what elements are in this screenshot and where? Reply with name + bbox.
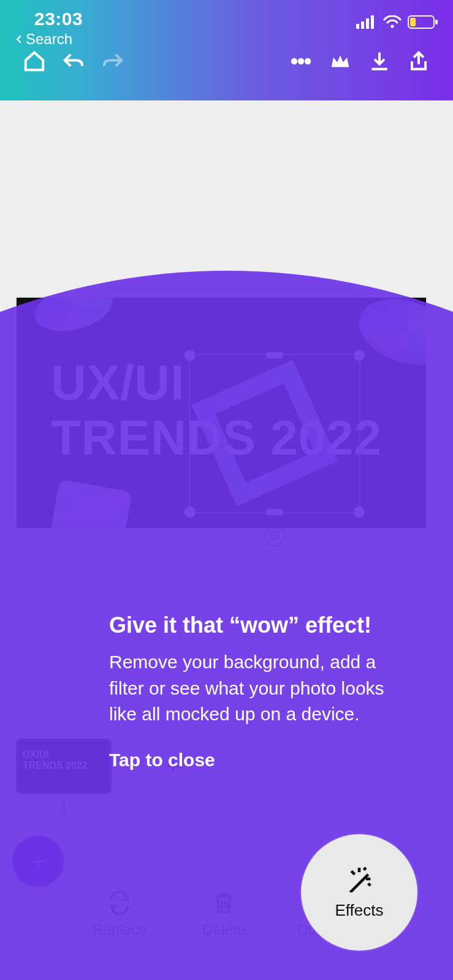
svg-rect-0 — [356, 24, 359, 29]
effects-button[interactable]: Effects — [301, 834, 417, 951]
pro-button[interactable] — [321, 42, 360, 81]
effects-label: Effects — [335, 901, 383, 920]
more-icon — [289, 50, 313, 73]
download-button[interactable] — [360, 42, 399, 81]
coachmark-content: Give it that “wow” effect! Remove your b… — [109, 612, 404, 771]
redo-icon — [101, 50, 124, 73]
undo-icon — [62, 50, 85, 73]
status-clock: 23:03 — [15, 9, 83, 29]
share-icon — [407, 50, 430, 73]
sparkle-icon — [346, 865, 373, 892]
crown-icon — [329, 50, 352, 73]
share-button[interactable] — [399, 42, 438, 81]
coachmark-title: Give it that “wow” effect! — [109, 612, 404, 638]
cellular-icon — [356, 15, 377, 29]
download-icon — [368, 50, 391, 73]
svg-point-10 — [306, 59, 310, 63]
home-icon — [23, 50, 46, 73]
svg-rect-1 — [361, 21, 364, 29]
editor-toolbar — [0, 37, 453, 86]
status-bar: 23:03 Search — [0, 0, 453, 37]
home-button[interactable] — [15, 42, 54, 81]
battery-icon — [408, 15, 438, 29]
svg-rect-7 — [410, 18, 416, 26]
svg-point-4 — [390, 24, 394, 28]
more-button[interactable] — [281, 42, 321, 81]
coachmark-body: Remove your background, add a filter or … — [109, 649, 404, 728]
coachmark-tap-to-close[interactable]: Tap to close — [109, 750, 404, 771]
svg-rect-3 — [371, 15, 374, 29]
app-header: 23:03 Search — [0, 0, 453, 100]
svg-point-8 — [292, 59, 296, 63]
wifi-icon — [383, 15, 402, 29]
status-icons — [356, 9, 438, 29]
redo-button[interactable] — [93, 42, 132, 81]
svg-point-9 — [299, 59, 303, 63]
svg-rect-6 — [435, 20, 438, 24]
undo-button[interactable] — [54, 42, 93, 81]
svg-rect-2 — [366, 18, 369, 29]
